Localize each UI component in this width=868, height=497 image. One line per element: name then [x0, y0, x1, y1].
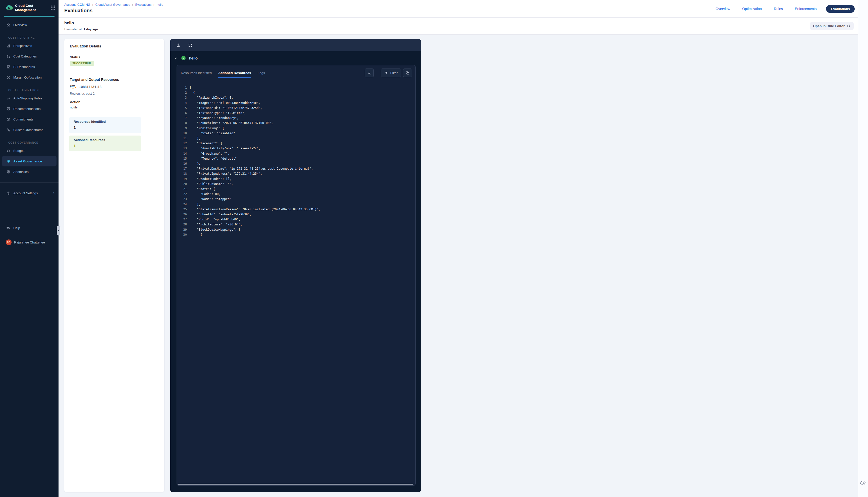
- sidebar-item-overview[interactable]: Overview: [0, 19, 58, 30]
- aws-logo-icon: aws: [70, 84, 77, 89]
- line-number: 6: [177, 111, 187, 115]
- search-button[interactable]: [365, 69, 374, 77]
- sidebar-item-autostopping-rules[interactable]: AutoStopping Rules: [0, 93, 58, 103]
- sidebar-collapse-handle[interactable]: [57, 226, 60, 236]
- line-number: 4: [177, 100, 187, 105]
- viewer-actions: Filter: [365, 69, 412, 77]
- line-content: "BlockDeviceMappings": [: [190, 227, 240, 232]
- line-number: 28: [177, 222, 187, 227]
- gear-icon: [6, 191, 11, 195]
- evaluation-viewer-panel: hello Resources IdentifiedActioned Resou…: [170, 39, 421, 248]
- code-line: 4 "ImageId": "ami-002438e556dd03e4c",: [177, 100, 415, 105]
- sidebar-item-asset-governance[interactable]: Asset Governance: [2, 156, 56, 167]
- line-number: 29: [177, 227, 187, 232]
- download-icon[interactable]: [176, 43, 181, 47]
- line-content: "Code": 80,: [190, 191, 221, 197]
- target-account-row: aws 108817434118: [70, 84, 101, 89]
- line-number: 30: [177, 232, 187, 237]
- bar-chart-icon: [6, 44, 11, 48]
- sidebar-item-commitments[interactable]: Commitments: [0, 114, 58, 125]
- tab-actioned-resources[interactable]: Actioned Resources: [218, 65, 251, 80]
- sidebar-item-anomalies[interactable]: Anomalies: [0, 167, 58, 177]
- sidebar-item-perspectives[interactable]: Perspectives: [0, 40, 58, 51]
- code-line: 8 "LaunchTime": "2024-06-06T04:41:37+00:…: [177, 120, 415, 126]
- line-content: "ImageId": "ami-002438e556dd03e4c",: [190, 100, 261, 105]
- svg-text:$: $: [8, 6, 10, 10]
- breadcrumb-separator: ›: [93, 3, 94, 6]
- resources-identified-count: 1: [74, 125, 75, 129]
- app-switcher-icon[interactable]: [51, 5, 55, 10]
- cluster-icon: [6, 128, 11, 132]
- status-badge: SUCCESSFUL: [70, 61, 94, 66]
- breadcrumb-link[interactable]: Account: CCM-NG: [64, 3, 90, 6]
- code-line: 19 "ProductCodes": [],: [177, 176, 415, 182]
- fullscreen-icon[interactable]: [188, 43, 192, 47]
- autostopping-icon: [6, 96, 11, 100]
- sidebar-item-budgets[interactable]: Budgets: [0, 145, 58, 156]
- breadcrumb-separator: ›: [153, 3, 154, 6]
- line-content: "AvailabilityZone": "us-east-2c",: [190, 146, 261, 151]
- avatar: RC: [6, 240, 12, 245]
- filter-button[interactable]: Filter: [381, 69, 401, 77]
- details-heading: Evaluation Details: [70, 44, 101, 48]
- evaluation-header: hello Evaluated at: 1 day ago Open in Ru…: [58, 17, 434, 34]
- code-line: 20 "PublicDnsName": "",: [177, 182, 415, 186]
- code-line: 3 "AmiLaunchIndex": 0,: [177, 95, 415, 100]
- rule-result-row: hello: [170, 51, 421, 65]
- sidebar-item-label: Margin Obfuscation: [13, 75, 42, 79]
- user-profile[interactable]: RC Rajarshee Chatterjee: [0, 237, 58, 247]
- line-number: 10: [177, 131, 187, 136]
- line-number: 22: [177, 191, 187, 197]
- code-line: 2 {: [177, 90, 415, 95]
- breadcrumb-link[interactable]: Cloud Asset Governance: [96, 3, 130, 6]
- breadcrumb-link[interactable]: Evaluations: [135, 3, 152, 6]
- region-label: Region: us-east-2: [70, 92, 95, 95]
- chevron-up-icon[interactable]: [174, 56, 178, 60]
- code-line: 25 "StateTransitionReason": "User initia…: [177, 207, 415, 212]
- code-line: 6 "InstanceType": "t2.micro",: [177, 111, 415, 115]
- code-line: 13 "AvailabilityZone": "us-east-2c",: [177, 146, 415, 151]
- sidebar-item-bi-dashboards[interactable]: BI Dashboards: [0, 61, 58, 72]
- code-line: 29 "BlockDeviceMappings": [: [177, 227, 415, 232]
- line-content: },: [190, 202, 200, 207]
- sidebar-item-label: Commitments: [13, 117, 33, 121]
- sidebar-item-account-settings[interactable]: Account Settings›: [0, 188, 58, 198]
- sidebar-item-label: BI Dashboards: [13, 65, 35, 69]
- code-line: 5 "InstanceId": "i-00512145e7372325d",: [177, 105, 415, 111]
- sidebar-item-recommendations[interactable]: Recommendations: [0, 103, 58, 114]
- line-number: 21: [177, 186, 187, 191]
- line-content: "VpcId": "vpc-bb845bd0",: [190, 217, 240, 222]
- line-number: 9: [177, 126, 187, 131]
- line-content: "Architecture": "x86_64",: [190, 222, 242, 227]
- tab-logs[interactable]: Logs: [258, 65, 265, 80]
- code-line: 27 "VpcId": "vpc-bb845bd0",: [177, 217, 415, 222]
- action-value: notify: [70, 105, 78, 109]
- line-number: 19: [177, 176, 187, 182]
- line-number: 20: [177, 182, 187, 186]
- json-code-viewer[interactable]: 1[2 {3 "AmiLaunchIndex": 0,4 "ImageId": …: [177, 85, 415, 248]
- code-line: 22 "Code": 80,: [177, 191, 415, 197]
- sidebar-item-help[interactable]: ? Help: [0, 223, 58, 233]
- sidebar-item-cost-categories[interactable]: Cost Categories: [0, 51, 58, 61]
- line-content: "AmiLaunchIndex": 0,: [190, 95, 233, 100]
- sidebar-item-label: Recommendations: [13, 107, 40, 111]
- sidebar-item-cluster-orchestrator[interactable]: Cluster Orchestrator: [0, 125, 58, 135]
- copy-icon: [406, 71, 410, 75]
- line-number: 26: [177, 212, 187, 217]
- line-content: "ProductCodes": [],: [190, 176, 231, 182]
- sidebar-item-margin-obfuscation[interactable]: Margin Obfuscation: [0, 72, 58, 83]
- line-content: "Tenancy": "default": [190, 156, 237, 161]
- page-title: Evaluations: [64, 8, 93, 14]
- code-line: 7 "KeyName": "randomkey",: [177, 115, 415, 120]
- cloud-cost-logo-icon: $: [5, 4, 13, 11]
- success-check-icon: [181, 56, 186, 60]
- sidebar-section-label: COST GOVERNANCE: [0, 140, 58, 145]
- tab-resources-identified[interactable]: Resources Identified: [181, 65, 212, 80]
- copy-button[interactable]: [403, 69, 412, 77]
- evaluation-details-card: Evaluation Details Status SUCCESSFUL Tar…: [64, 39, 164, 248]
- line-content: "InstanceId": "i-00512145e7372325d",: [190, 105, 262, 111]
- breadcrumb-link[interactable]: hello: [156, 3, 163, 6]
- svg-text:aws: aws: [70, 84, 75, 87]
- breadcrumb: Account: CCM-NG›Cloud Asset Governance›E…: [64, 3, 163, 6]
- line-content: "State": {: [190, 186, 215, 191]
